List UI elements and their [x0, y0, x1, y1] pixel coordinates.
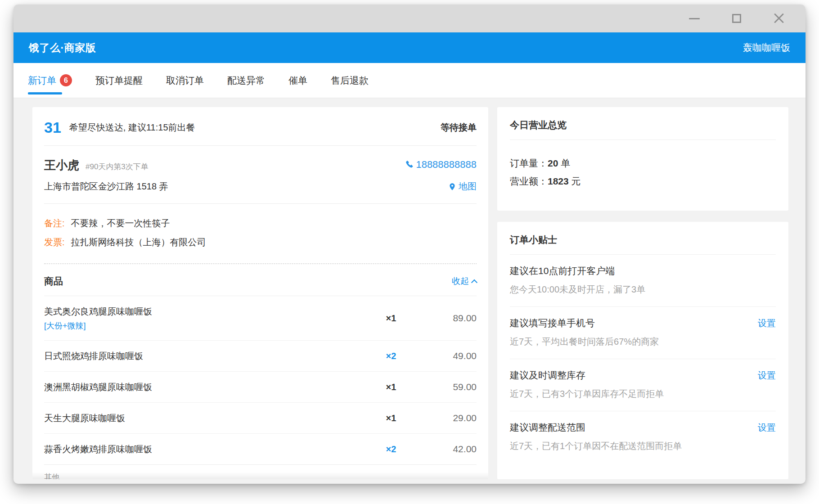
maximize-button[interactable] — [726, 9, 747, 27]
tab-label: 新订单 — [28, 74, 56, 87]
tip-fill-phone: 建议填写接单手机号 设置 近7天，平均出餐时间落后67%的商家 — [510, 307, 776, 359]
tab-label: 预订单提醒 — [95, 74, 143, 87]
order-card: 31 希望尽快送达, 建议11:15前出餐 等待接单 王小虎 #90天内第3次下… — [32, 107, 488, 479]
app-window: 饿了么·商家版 轰咖咖喱饭 新订单 6 预订单提醒 取消订单 配送异常 催单 售… — [14, 4, 806, 484]
customer-phone-link[interactable]: 18888888888 — [405, 159, 477, 171]
tip-title: 建议在10点前打开客户端 — [510, 265, 615, 277]
other-fees-section: 其他 餐盒费 6.00 — [44, 465, 477, 479]
map-link[interactable]: 地图 — [448, 180, 477, 193]
minimize-icon — [689, 18, 700, 19]
tab-after-sale-refund[interactable]: 售后退款 — [331, 63, 369, 98]
app-header: 饿了么·商家版 轰咖咖喱饭 — [14, 32, 806, 63]
invoice-text: 拉扎斯网络科技（上海）有限公司 — [71, 233, 206, 252]
customer-phone: 18888888888 — [416, 159, 477, 171]
window-titlebar — [14, 4, 806, 32]
tip-title: 建议及时调整库存 — [510, 369, 585, 382]
location-pin-icon — [448, 183, 456, 191]
item-name: 天生大腿原味咖喱饭 — [44, 412, 364, 424]
tip-adjust-delivery-range: 建议调整配送范围 设置 近7天，已有1个订单因不在配送范围而拒单 — [510, 411, 776, 463]
maximize-icon — [732, 14, 741, 23]
daily-summary-card: 今日营业总览 订单量：20 单 营业额：1823 元 — [497, 107, 788, 211]
revenue-label: 营业额： — [510, 176, 548, 186]
other-fees-label: 其他 — [44, 472, 477, 479]
shop-name[interactable]: 轰咖咖喱饭 — [743, 41, 790, 54]
close-button[interactable] — [769, 9, 789, 27]
tab-label: 配送异常 — [227, 74, 265, 87]
item-name: 美式奥尔良鸡腿原味咖喱饭 — [44, 305, 364, 318]
tip-settings-link[interactable]: 设置 — [758, 317, 776, 329]
item-quantity: ×2 — [364, 444, 418, 454]
tip-description: 近7天，已有3个订单因库存不足而拒单 — [510, 388, 776, 400]
tab-label: 取消订单 — [166, 74, 204, 87]
tab-urge-order[interactable]: 催单 — [288, 63, 307, 98]
item-price: 29.00 — [418, 413, 477, 423]
order-status: 等待接单 — [441, 122, 477, 134]
customer-name: 王小虎 — [44, 158, 79, 173]
minimize-button[interactable] — [684, 9, 705, 27]
revenue-unit: 元 — [569, 176, 581, 186]
goods-title: 商品 — [44, 275, 63, 288]
collapse-label: 收起 — [452, 275, 469, 287]
close-icon — [774, 13, 784, 24]
tip-title: 建议调整配送范围 — [510, 421, 585, 434]
collapse-goods-link[interactable]: 收起 — [452, 275, 477, 287]
tip-settings-link[interactable]: 设置 — [758, 422, 776, 434]
revenue-line: 营业额：1823 元 — [510, 172, 776, 190]
order-item-row: 蒜香火烤嫩鸡排原味咖喱饭 ×2 42.00 — [44, 434, 477, 464]
app-title: 饿了么·商家版 — [29, 41, 96, 55]
item-quantity: ×1 — [364, 382, 418, 392]
item-name: 澳洲黑胡椒鸡腿原味咖喱饭 — [44, 381, 364, 393]
order-count-unit: 单 — [558, 158, 570, 168]
new-orders-count-badge: 6 — [60, 74, 72, 86]
order-item-row: 澳洲黑胡椒鸡腿原味咖喱饭 ×1 59.00 — [44, 372, 477, 403]
order-delivery-note: 希望尽快送达, 建议11:15前出餐 — [69, 122, 441, 134]
item-price: 59.00 — [418, 382, 477, 392]
tab-label: 催单 — [288, 74, 307, 87]
order-tabs: 新订单 6 预订单提醒 取消订单 配送异常 催单 售后退款 — [14, 63, 806, 98]
customer-section: 王小虎 #90天内第3次下单 18888888888 上海市普陀区金沙江路 15… — [44, 146, 477, 204]
item-name: 蒜香火烤嫩鸡排原味咖喱饭 — [44, 443, 364, 455]
order-count-label: 订单量： — [510, 158, 548, 168]
order-item-row: 美式奥尔良鸡腿原味咖喱饭 [大份+微辣] ×1 89.00 — [44, 296, 477, 341]
main-content: 31 希望尽快送达, 建议11:15前出餐 等待接单 王小虎 #90天内第3次下… — [14, 98, 806, 484]
tab-delivery-exception[interactable]: 配送异常 — [227, 63, 265, 98]
tip-description: 近7天，平均出餐时间落后67%的商家 — [510, 336, 776, 348]
tab-cancelled-orders[interactable]: 取消订单 — [166, 63, 204, 98]
order-count-value: 20 — [548, 158, 558, 168]
invoice-label: 发票: — [44, 233, 65, 252]
item-quantity: ×1 — [364, 313, 418, 324]
right-sidebar: 今日营业总览 订单量：20 单 营业额：1823 元 订单小贴士 建议在10点前… — [497, 107, 788, 479]
remark-label: 备注: — [44, 214, 65, 233]
tab-label: 售后退款 — [331, 74, 369, 87]
order-notes-section: 备注: 不要辣，不要一次性筷子 发票: 拉扎斯网络科技（上海）有限公司 — [44, 204, 477, 264]
tip-description: 近7天，已有1个订单因不在配送范围而拒单 — [510, 440, 776, 452]
remark-text: 不要辣，不要一次性筷子 — [71, 214, 170, 233]
order-tips-card: 订单小贴士 建议在10点前打开客户端 您今天10:00未及时开店，漏了3单 建议… — [497, 222, 788, 479]
item-name: 日式照烧鸡排原味咖喱饭 — [44, 350, 364, 362]
daily-summary-title: 今日营业总览 — [510, 119, 776, 140]
item-price: 89.00 — [418, 313, 477, 324]
item-price: 42.00 — [418, 444, 477, 454]
order-card-header: 31 希望尽快送达, 建议11:15前出餐 等待接单 — [44, 107, 477, 146]
tab-new-orders[interactable]: 新订单 6 — [28, 63, 72, 98]
order-count-line: 订单量：20 单 — [510, 154, 776, 172]
order-item-row: 日式照烧鸡排原味咖喱饭 ×2 49.00 — [44, 341, 477, 372]
item-quantity: ×1 — [364, 413, 418, 423]
chevron-up-icon — [471, 279, 477, 286]
goods-header: 商品 收起 — [44, 264, 477, 296]
tip-adjust-stock: 建议及时调整库存 设置 近7天，已有3个订单因库存不足而拒单 — [510, 359, 776, 411]
map-label: 地图 — [459, 180, 477, 193]
item-price: 49.00 — [418, 351, 477, 361]
item-option: [大份+微辣] — [44, 320, 364, 331]
item-quantity: ×2 — [364, 351, 418, 361]
customer-order-history: #90天内第3次下单 — [86, 162, 405, 172]
order-number: 31 — [44, 119, 61, 136]
tip-settings-link[interactable]: 设置 — [758, 369, 776, 382]
customer-address: 上海市普陀区金沙江路 1518 弄 — [44, 180, 448, 193]
order-item-row: 天生大腿原味咖喱饭 ×1 29.00 — [44, 403, 477, 434]
order-items-list: 美式奥尔良鸡腿原味咖喱饭 [大份+微辣] ×1 89.00 日式照烧鸡排原味咖喱… — [44, 296, 477, 465]
phone-icon — [405, 160, 414, 169]
tip-open-client: 建议在10点前打开客户端 您今天10:00未及时开店，漏了3单 — [510, 255, 776, 307]
tab-pre-order-reminder[interactable]: 预订单提醒 — [95, 63, 143, 98]
revenue-value: 1823 — [548, 176, 569, 186]
